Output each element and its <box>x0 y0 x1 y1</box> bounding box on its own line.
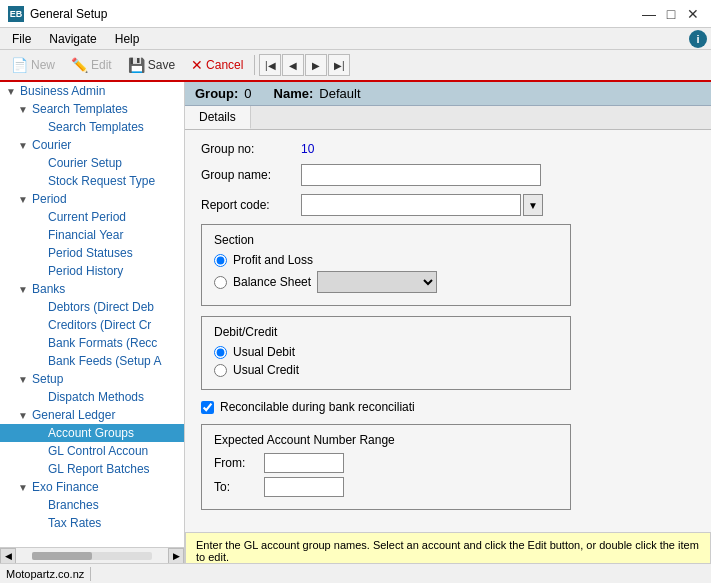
new-label: New <box>31 58 55 72</box>
sidebar-item-current-period[interactable]: Current Period <box>0 208 184 226</box>
sidebar-item-period-group[interactable]: ▼ Period <box>0 190 184 208</box>
report-code-label: Report code: <box>201 198 301 212</box>
section-box: Section Profit and Loss Balance Sheet <box>201 224 571 306</box>
edit-label: Edit <box>91 58 112 72</box>
save-button[interactable]: 💾 Save <box>121 52 182 78</box>
sidebar-item-label: Tax Rates <box>46 515 103 531</box>
nav-controls: |◀ ◀ ▶ ▶| <box>259 54 350 76</box>
balance-sheet-radio[interactable] <box>214 276 227 289</box>
spacer <box>32 264 46 278</box>
range-to-label: To: <box>214 480 264 494</box>
sidebar-hscroll[interactable]: ◀ ▶ <box>0 547 184 563</box>
sidebar-item-label: Current Period <box>46 209 128 225</box>
menu-file[interactable]: File <box>4 30 39 48</box>
usual-debit-label: Usual Debit <box>233 345 295 359</box>
sidebar-item-label: Search Templates <box>46 119 146 135</box>
sidebar-item-period-statuses[interactable]: Period Statuses <box>0 244 184 262</box>
sidebar-item-gl-control[interactable]: GL Control Accoun <box>0 442 184 460</box>
sidebar-item-search-templates[interactable]: Search Templates <box>0 118 184 136</box>
sidebar-item-period-history[interactable]: Period History <box>0 262 184 280</box>
spacer <box>32 210 46 224</box>
nav-prev-button[interactable]: ◀ <box>282 54 304 76</box>
sidebar-item-bank-formats[interactable]: Bank Formats (Recc <box>0 334 184 352</box>
spacer <box>32 336 46 350</box>
sidebar-item-label: Period History <box>46 263 125 279</box>
toggle-icon: ▼ <box>16 408 30 422</box>
scroll-thumb[interactable] <box>32 552 92 560</box>
maximize-button[interactable]: □ <box>661 4 681 24</box>
section-combo <box>317 271 437 293</box>
name-label: Name: <box>274 86 314 101</box>
sidebar-item-exo-finance-group[interactable]: ▼ Exo Finance <box>0 478 184 496</box>
sidebar-item-label: Branches <box>46 497 101 513</box>
nav-last-button[interactable]: ▶| <box>328 54 350 76</box>
toolbar: 📄 New ✏️ Edit 💾 Save ✕ Cancel |◀ ◀ ▶ ▶| <box>0 50 711 82</box>
menu-navigate[interactable]: Navigate <box>41 30 104 48</box>
menu-help[interactable]: Help <box>107 30 148 48</box>
sidebar-item-branches[interactable]: Branches <box>0 496 184 514</box>
balance-sheet-row: Balance Sheet <box>214 271 558 293</box>
cancel-label: Cancel <box>206 58 243 72</box>
new-icon: 📄 <box>11 57 28 73</box>
group-name-input[interactable] <box>301 164 541 186</box>
spacer <box>32 318 46 332</box>
sidebar-item-financial-year[interactable]: Financial Year <box>0 226 184 244</box>
sidebar: ▼ Business Admin ▼ Search Templates Sear… <box>0 82 185 563</box>
usual-credit-radio[interactable] <box>214 364 227 377</box>
sidebar-item-label: Courier Setup <box>46 155 124 171</box>
status-bar: Motopartz.co.nz <box>0 563 711 583</box>
cancel-button[interactable]: ✕ Cancel <box>184 52 250 78</box>
group-name-row: Group name: <box>201 164 695 186</box>
sidebar-item-banks-group[interactable]: ▼ Banks <box>0 280 184 298</box>
app-icon: EB <box>8 6 24 22</box>
usual-debit-row: Usual Debit <box>214 345 558 359</box>
sidebar-item-search-templates-group[interactable]: ▼ Search Templates <box>0 100 184 118</box>
new-button[interactable]: 📄 New <box>4 52 62 78</box>
balance-sheet-select[interactable] <box>317 271 437 293</box>
main-layout: ▼ Business Admin ▼ Search Templates Sear… <box>0 82 711 563</box>
toggle-icon: ▼ <box>16 372 30 386</box>
tabs-row: Details <box>185 106 711 130</box>
menu-bar: File Navigate Help i <box>0 28 711 50</box>
sidebar-item-label: Bank Feeds (Setup A <box>46 353 163 369</box>
sidebar-item-courier-group[interactable]: ▼ Courier <box>0 136 184 154</box>
range-to-input[interactable] <box>264 477 344 497</box>
minimize-button[interactable]: — <box>639 4 659 24</box>
sidebar-item-general-ledger-group[interactable]: ▼ General Ledger <box>0 406 184 424</box>
sidebar-item-debtors[interactable]: Debtors (Direct Deb <box>0 298 184 316</box>
profit-loss-radio[interactable] <box>214 254 227 267</box>
report-code-input[interactable] <box>301 194 521 216</box>
sidebar-item-label: Account Groups <box>46 425 136 441</box>
sidebar-item-label: Period <box>30 191 69 207</box>
usual-debit-radio[interactable] <box>214 346 227 359</box>
range-from-input[interactable] <box>264 453 344 473</box>
reconcilable-label: Reconcilable during bank reconciliati <box>220 400 415 414</box>
group-label: Group: <box>195 86 238 101</box>
nav-next-button[interactable]: ▶ <box>305 54 327 76</box>
usual-credit-row: Usual Credit <box>214 363 558 377</box>
sidebar-item-stock-request-type[interactable]: Stock Request Type <box>0 172 184 190</box>
sidebar-item-creditors[interactable]: Creditors (Direct Cr <box>0 316 184 334</box>
sidebar-item-business-admin[interactable]: ▼ Business Admin <box>0 82 184 100</box>
scroll-right-button[interactable]: ▶ <box>168 548 184 564</box>
nav-first-button[interactable]: |◀ <box>259 54 281 76</box>
report-code-dropdown-button[interactable]: ▼ <box>523 194 543 216</box>
sidebar-item-bank-feeds[interactable]: Bank Feeds (Setup A <box>0 352 184 370</box>
scroll-left-button[interactable]: ◀ <box>0 548 16 564</box>
close-button[interactable]: ✕ <box>683 4 703 24</box>
sidebar-item-gl-report-batches[interactable]: GL Report Batches <box>0 460 184 478</box>
reconcilable-checkbox[interactable] <box>201 401 214 414</box>
sidebar-item-setup-group[interactable]: ▼ Setup <box>0 370 184 388</box>
spacer <box>32 120 46 134</box>
sidebar-item-tax-rates[interactable]: Tax Rates <box>0 514 184 532</box>
sidebar-item-dispatch-methods[interactable]: Dispatch Methods <box>0 388 184 406</box>
sidebar-item-label: Courier <box>30 137 73 153</box>
reconcilable-row: Reconcilable during bank reconciliati <box>201 400 695 414</box>
spacer <box>32 426 46 440</box>
tab-details[interactable]: Details <box>185 106 251 129</box>
edit-button[interactable]: ✏️ Edit <box>64 52 119 78</box>
profit-loss-label: Profit and Loss <box>233 253 313 267</box>
sidebar-item-courier-setup[interactable]: Courier Setup <box>0 154 184 172</box>
sidebar-item-account-groups[interactable]: Account Groups <box>0 424 184 442</box>
report-code-row: Report code: ▼ <box>201 194 695 216</box>
